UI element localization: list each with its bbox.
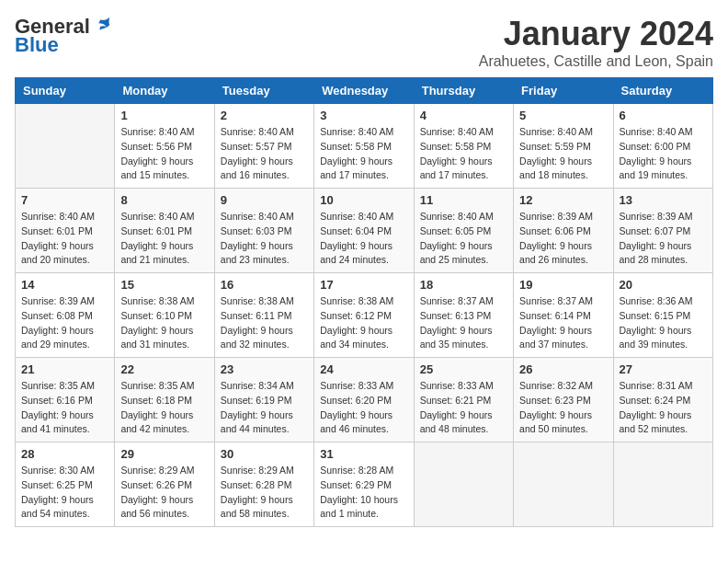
day-info: Sunrise: 8:40 AMSunset: 6:01 PMDaylight:…	[21, 210, 108, 268]
day-info: Sunrise: 8:40 AMSunset: 5:57 PMDaylight:…	[221, 125, 308, 183]
day-number: 24	[320, 362, 407, 376]
page-header: General Blue January 2024 Arahuetes, Cas…	[15, 15, 713, 70]
day-number: 9	[221, 193, 308, 207]
table-row: 13Sunrise: 8:39 AMSunset: 6:07 PMDayligh…	[613, 189, 712, 273]
col-saturday: Saturday	[613, 78, 712, 104]
day-info: Sunrise: 8:29 AMSunset: 6:28 PMDaylight:…	[221, 464, 308, 522]
table-row: 4Sunrise: 8:40 AMSunset: 5:58 PMDaylight…	[414, 104, 513, 189]
day-info: Sunrise: 8:38 AMSunset: 6:10 PMDaylight:…	[120, 294, 208, 352]
day-number: 27	[620, 362, 707, 376]
day-info: Sunrise: 8:40 AMSunset: 5:59 PMDaylight:…	[519, 125, 607, 183]
day-number: 31	[320, 447, 407, 461]
day-number: 1	[120, 109, 208, 122]
day-info: Sunrise: 8:38 AMSunset: 6:11 PMDaylight:…	[221, 294, 308, 352]
day-number: 14	[21, 278, 108, 292]
table-row: 21Sunrise: 8:35 AMSunset: 6:16 PMDayligh…	[16, 358, 115, 442]
day-number: 13	[620, 193, 707, 207]
table-row: 22Sunrise: 8:35 AMSunset: 6:18 PMDayligh…	[115, 358, 214, 442]
col-sunday: Sunday	[16, 78, 115, 104]
table-row: 7Sunrise: 8:40 AMSunset: 6:01 PMDaylight…	[16, 189, 115, 273]
table-row: 16Sunrise: 8:38 AMSunset: 6:11 PMDayligh…	[214, 273, 313, 358]
day-number: 23	[221, 362, 308, 376]
day-info: Sunrise: 8:40 AMSunset: 6:01 PMDaylight:…	[120, 210, 208, 268]
day-number: 15	[120, 278, 208, 292]
month-title: January 2024	[479, 15, 713, 53]
calendar-table: Sunday Monday Tuesday Wednesday Thursday…	[15, 77, 713, 527]
logo: General Blue	[15, 15, 112, 57]
table-row: 10Sunrise: 8:40 AMSunset: 6:04 PMDayligh…	[314, 189, 414, 273]
day-number: 21	[21, 362, 108, 376]
day-info: Sunrise: 8:34 AMSunset: 6:19 PMDaylight:…	[221, 379, 308, 437]
day-number: 7	[21, 193, 108, 207]
day-info: Sunrise: 8:32 AMSunset: 6:23 PMDaylight:…	[519, 379, 607, 437]
title-area: January 2024 Arahuetes, Castille and Leo…	[479, 15, 713, 70]
day-number: 22	[120, 362, 208, 376]
day-number: 29	[120, 447, 208, 461]
day-info: Sunrise: 8:40 AMSunset: 5:56 PMDaylight:…	[120, 125, 208, 183]
day-info: Sunrise: 8:29 AMSunset: 6:26 PMDaylight:…	[120, 464, 208, 522]
day-number: 12	[519, 193, 607, 207]
table-row: 30Sunrise: 8:29 AMSunset: 6:28 PMDayligh…	[214, 442, 313, 527]
table-row: 3Sunrise: 8:40 AMSunset: 5:58 PMDaylight…	[314, 104, 414, 189]
day-info: Sunrise: 8:33 AMSunset: 6:20 PMDaylight:…	[320, 379, 407, 437]
day-number: 3	[320, 109, 407, 122]
day-number: 19	[519, 278, 607, 292]
table-row: 20Sunrise: 8:36 AMSunset: 6:15 PMDayligh…	[613, 273, 712, 358]
table-row	[613, 442, 712, 527]
day-info: Sunrise: 8:30 AMSunset: 6:25 PMDaylight:…	[21, 464, 108, 522]
day-info: Sunrise: 8:40 AMSunset: 5:58 PMDaylight:…	[320, 125, 407, 183]
table-row	[414, 442, 513, 527]
day-info: Sunrise: 8:39 AMSunset: 6:08 PMDaylight:…	[21, 294, 108, 352]
day-number: 25	[420, 362, 507, 376]
day-number: 20	[620, 278, 707, 292]
table-row: 27Sunrise: 8:31 AMSunset: 6:24 PMDayligh…	[613, 358, 712, 442]
day-number: 11	[420, 193, 507, 207]
table-row: 19Sunrise: 8:37 AMSunset: 6:14 PMDayligh…	[514, 273, 613, 358]
table-row: 18Sunrise: 8:37 AMSunset: 6:13 PMDayligh…	[414, 273, 513, 358]
table-row: 9Sunrise: 8:40 AMSunset: 6:03 PMDaylight…	[214, 189, 313, 273]
col-tuesday: Tuesday	[214, 78, 313, 104]
day-number: 8	[120, 193, 208, 207]
logo-bird-icon	[92, 15, 112, 35]
day-info: Sunrise: 8:40 AMSunset: 5:58 PMDaylight:…	[420, 125, 507, 183]
col-friday: Friday	[514, 78, 613, 104]
table-row: 17Sunrise: 8:38 AMSunset: 6:12 PMDayligh…	[314, 273, 414, 358]
logo-blue-text: Blue	[15, 33, 59, 57]
col-monday: Monday	[115, 78, 214, 104]
day-info: Sunrise: 8:38 AMSunset: 6:12 PMDaylight:…	[320, 294, 407, 352]
col-thursday: Thursday	[414, 78, 513, 104]
table-row: 14Sunrise: 8:39 AMSunset: 6:08 PMDayligh…	[16, 273, 115, 358]
table-row: 12Sunrise: 8:39 AMSunset: 6:06 PMDayligh…	[514, 189, 613, 273]
table-row	[16, 104, 115, 189]
day-info: Sunrise: 8:36 AMSunset: 6:15 PMDaylight:…	[620, 294, 707, 352]
day-info: Sunrise: 8:37 AMSunset: 6:13 PMDaylight:…	[420, 294, 507, 352]
day-info: Sunrise: 8:40 AMSunset: 6:04 PMDaylight:…	[320, 210, 407, 268]
day-info: Sunrise: 8:31 AMSunset: 6:24 PMDaylight:…	[620, 379, 707, 437]
table-row: 8Sunrise: 8:40 AMSunset: 6:01 PMDaylight…	[115, 189, 214, 273]
day-number: 5	[519, 109, 607, 122]
day-info: Sunrise: 8:33 AMSunset: 6:21 PMDaylight:…	[420, 379, 507, 437]
day-number: 4	[420, 109, 507, 122]
day-info: Sunrise: 8:39 AMSunset: 6:06 PMDaylight:…	[519, 210, 607, 268]
table-row	[514, 442, 613, 527]
table-row: 11Sunrise: 8:40 AMSunset: 6:05 PMDayligh…	[414, 189, 513, 273]
location-subtitle: Arahuetes, Castille and Leon, Spain	[479, 53, 713, 70]
day-info: Sunrise: 8:35 AMSunset: 6:18 PMDaylight:…	[120, 379, 208, 437]
day-info: Sunrise: 8:40 AMSunset: 6:03 PMDaylight:…	[221, 210, 308, 268]
table-row: 2Sunrise: 8:40 AMSunset: 5:57 PMDaylight…	[214, 104, 313, 189]
table-row: 28Sunrise: 8:30 AMSunset: 6:25 PMDayligh…	[16, 442, 115, 527]
day-number: 6	[620, 109, 707, 122]
table-row: 6Sunrise: 8:40 AMSunset: 6:00 PMDaylight…	[613, 104, 712, 189]
day-number: 2	[221, 109, 308, 122]
day-info: Sunrise: 8:39 AMSunset: 6:07 PMDaylight:…	[620, 210, 707, 268]
table-row: 1Sunrise: 8:40 AMSunset: 5:56 PMDaylight…	[115, 104, 214, 189]
day-number: 16	[221, 278, 308, 292]
day-info: Sunrise: 8:40 AMSunset: 6:05 PMDaylight:…	[420, 210, 507, 268]
day-info: Sunrise: 8:28 AMSunset: 6:29 PMDaylight:…	[320, 464, 407, 522]
table-row: 25Sunrise: 8:33 AMSunset: 6:21 PMDayligh…	[414, 358, 513, 442]
table-row: 29Sunrise: 8:29 AMSunset: 6:26 PMDayligh…	[115, 442, 214, 527]
day-number: 18	[420, 278, 507, 292]
table-row: 24Sunrise: 8:33 AMSunset: 6:20 PMDayligh…	[314, 358, 414, 442]
day-number: 26	[519, 362, 607, 376]
day-info: Sunrise: 8:35 AMSunset: 6:16 PMDaylight:…	[21, 379, 108, 437]
